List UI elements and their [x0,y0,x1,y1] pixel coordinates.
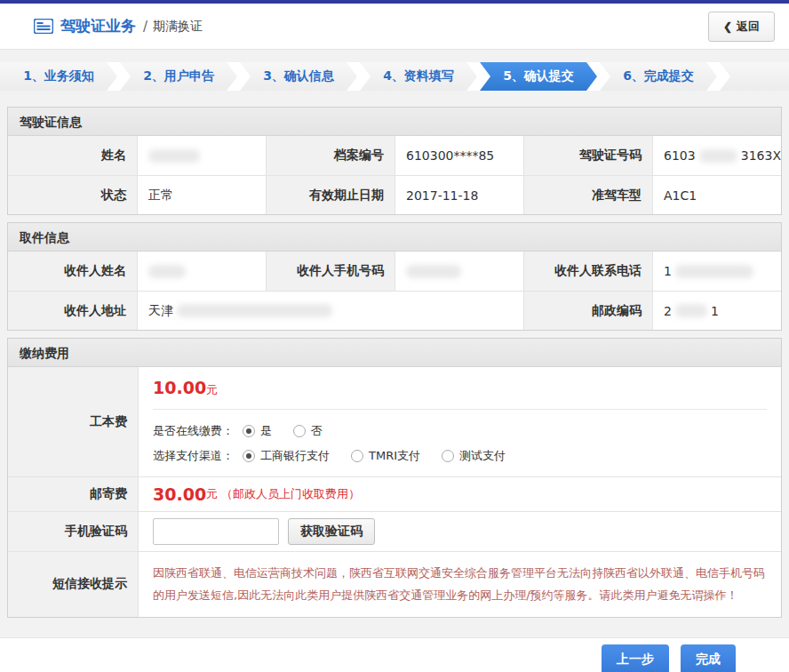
radio-option-icbc[interactable]: 工商银行支付 [243,448,330,464]
recipient-address-label: 收件人地址 [8,291,137,330]
finish-button[interactable]: 完成 [681,644,736,672]
file-no-label: 档案编号 [266,136,394,175]
sms-notice-text: 因陕西省联通、电信运营商技术问题，陕西省互联网交通安全综合服务管理平台无法向持陕… [153,552,772,617]
name-label: 姓名 [8,136,137,175]
step-5-confirm-submit-active: 5、确认提交 [480,62,597,91]
redacted-phone [675,265,753,278]
get-captcha-button[interactable]: 获取验证码 [288,518,375,545]
redacted-license-no [699,149,737,163]
back-chevron-icon: ❮ [723,20,732,33]
step-3-label: 3、确认信息 [263,68,334,84]
redacted-mobile [406,265,461,278]
sms-notice-label: 短信接收提示 [8,551,138,617]
file-no-value: 610300****85 [394,136,523,175]
step-6-label: 6、完成提交 [623,68,694,84]
radio-tmri-icon[interactable] [351,450,363,462]
production-fee-currency: 元 [206,383,218,396]
expiry-label: 有效期止日期 [266,175,394,214]
recipient-address-value: 天津 [137,291,523,330]
radio-option-tmri[interactable]: TMRI支付 [351,448,420,464]
recipient-phone-label: 收件人联系电话 [523,252,652,291]
step-2-label: 2、用户申告 [143,68,214,84]
radio-option-yes[interactable]: 是 [243,423,272,439]
mail-fee-cell: 30.00元 （邮政人员上门收取费用） [138,476,781,511]
mail-fee-label: 邮寄费 [8,476,138,511]
redacted-name [148,149,200,163]
radio-option-no[interactable]: 否 [293,423,323,439]
step-4-label: 4、资料填写 [383,68,454,84]
step-2-user-declaration: 2、用户申告 [120,62,237,91]
page-title: 驾驶证业务 [60,16,136,36]
mail-fee-note: （邮政人员上门收取费用） [221,486,360,502]
page-header: 驾驶证业务 / 期满换证 ❮ 返回 [0,4,789,50]
recipient-name-value [137,252,266,291]
zip-prefix: 2 [664,304,672,318]
footer-action-bar: 上一步 完成 [0,637,789,672]
radio-icbc-label: 工商银行支付 [260,448,330,464]
vehicle-type-label: 准驾车型 [523,175,652,214]
mail-fee-currency: 元 [206,486,218,502]
radio-test-icon[interactable] [442,450,454,462]
step-wizard: 1、业务须知 2、用户申告 3、确认信息 4、资料填写 5、确认提交 6、完成提… [0,62,789,91]
online-pay-row: 是否在线缴费： 是 否 [153,419,767,444]
license-no-suffix: 3163X [741,148,781,163]
radio-test-label: 测试支付 [459,448,506,464]
breadcrumb-divider: / [143,19,147,35]
license-no-label: 驾驶证号码 [523,136,652,175]
fees-section-title: 缴纳费用 [8,339,781,367]
captcha-cell: 获取验证码 [138,511,781,551]
redacted-zip [675,304,707,317]
mail-fee-amount: 30.00 [153,484,206,504]
pickup-info-section: 取件信息 收件人姓名 收件人手机号码 收件人联系电话 1 收件人地址 天津 邮政… [7,222,782,331]
pickup-info-table: 收件人姓名 收件人手机号码 收件人联系电话 1 收件人地址 天津 邮政编码 2 … [8,252,781,330]
radio-option-test[interactable]: 测试支付 [442,448,506,464]
radio-no-icon[interactable] [293,425,306,437]
breadcrumb-current: 期满换证 [153,19,203,35]
captcha-label: 手机验证码 [8,511,138,551]
radio-yes-label: 是 [260,423,272,439]
license-section-title: 驾驶证信息 [8,108,781,136]
license-info-section: 驾驶证信息 姓名 档案编号 610300****85 驾驶证号码 6103 31… [7,107,782,215]
back-button-label: 返回 [737,19,760,35]
license-no-value: 6103 3163X [652,136,781,175]
step-6-complete-submit: 6、完成提交 [600,62,717,91]
radio-icbc-icon[interactable] [243,450,255,462]
radio-yes-icon[interactable] [243,425,255,437]
redacted-address [177,304,332,317]
zip-suffix: 1 [711,304,719,318]
online-pay-label: 是否在线缴费： [153,423,234,439]
status-label: 状态 [8,175,137,214]
production-fee-amount-row: 10.00元 [153,378,767,398]
radio-no-label: 否 [311,423,323,439]
fee-divider [153,409,767,410]
step-4-fill-data: 4、资料填写 [360,62,477,91]
license-info-table: 姓名 档案编号 610300****85 驾驶证号码 6103 3163X 状态… [8,136,781,214]
vehicle-type-value: A1C1 [652,175,781,214]
recipient-mobile-label: 收件人手机号码 [266,252,394,291]
previous-step-button[interactable]: 上一步 [602,644,669,672]
zip-code-value: 2 1 [652,291,781,330]
license-no-prefix: 6103 [664,148,696,163]
recipient-phone-value: 1 [652,252,781,291]
recipient-mobile-value [394,252,523,291]
pay-channel-label: 选择支付渠道： [153,448,234,464]
redacted-recipient-name [148,265,186,278]
step-bar-filler [720,62,789,91]
production-fee-label: 工本费 [8,367,138,476]
phone-prefix: 1 [664,264,672,278]
fees-section: 缴纳费用 工本费 10.00元 是否在线缴费： 是 否 [7,338,782,618]
step-1-business-notes: 1、业务须知 [0,62,117,91]
expiry-value: 2017-11-18 [394,175,523,214]
sms-notice-cell: 因陕西省联通、电信运营商技术问题，陕西省互联网交通安全综合服务管理平台无法向持陕… [138,551,781,617]
production-fee-cell: 10.00元 是否在线缴费： 是 否 选择支付渠道： [138,367,781,476]
step-3-confirm-info: 3、确认信息 [240,62,357,91]
pickup-section-title: 取件信息 [8,223,781,252]
step-1-label: 1、业务须知 [23,68,94,84]
recipient-name-label: 收件人姓名 [8,252,137,291]
captcha-input[interactable] [153,518,279,545]
back-button[interactable]: ❮ 返回 [708,12,775,42]
step-5-label: 5、确认提交 [503,68,574,84]
radio-tmri-label: TMRI支付 [369,448,420,464]
name-value [137,136,266,175]
status-value: 正常 [137,175,266,214]
